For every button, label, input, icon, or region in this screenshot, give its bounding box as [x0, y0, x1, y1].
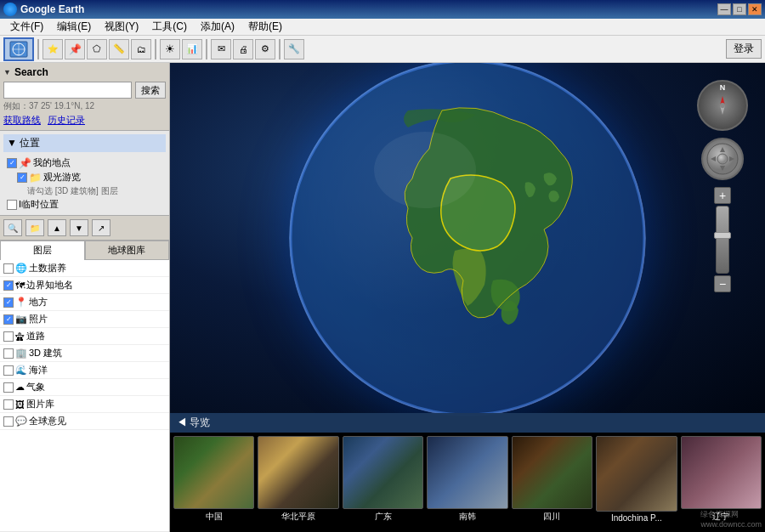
bottom-controls: 🔍 📁 ▲ ▼ ↗ — [0, 216, 169, 241]
layer-checkbox-6[interactable] — [3, 365, 14, 376]
menu-file[interactable]: 文件(F) — [3, 18, 50, 36]
temp-label: I临时位置 — [19, 198, 59, 211]
gallery-item-1[interactable]: 华北平原 — [258, 436, 338, 523]
main-layout: ▼ Search 搜索 例如：37 25' 19.1°N, 12 获取路线 历史… — [0, 63, 765, 532]
checkbox-tourism[interactable]: ✓ — [17, 173, 27, 183]
layer-checkbox-8[interactable] — [3, 399, 14, 410]
layer-checkbox-2[interactable]: ✓ — [3, 297, 14, 308]
menu-help[interactable]: 帮助(E) — [241, 18, 289, 36]
email-button[interactable]: ✉ — [211, 39, 231, 59]
layer-label-6: 海洋 — [29, 364, 48, 376]
layer-checkbox-1[interactable]: ✓ — [3, 280, 14, 291]
close-button[interactable]: ✕ — [748, 3, 762, 15]
checkbox-temp[interactable] — [7, 200, 17, 210]
layer-checkbox-5[interactable] — [3, 348, 14, 359]
export-button[interactable]: ↗ — [92, 219, 110, 236]
layer-label-7: 气象 — [26, 381, 45, 393]
zoom-slider[interactable] — [716, 206, 729, 274]
title-bar: Google Earth — □ ✕ — [0, 0, 765, 19]
app-icon — [3, 3, 17, 16]
left-panel: ▼ Search 搜索 例如：37 25' 19.1°N, 12 获取路线 历史… — [0, 63, 170, 532]
layer-icon-9: 💬 — [15, 416, 27, 427]
map-area[interactable]: N — [170, 63, 765, 532]
gallery-thumb-5 — [596, 436, 677, 512]
layer-label-1: 边界知地名 — [26, 279, 73, 291]
layer-item-1[interactable]: ✓🗺边界知地名 — [0, 277, 169, 294]
toolbar-separator-3 — [206, 39, 207, 59]
layer-checkbox-7[interactable] — [3, 382, 14, 393]
gallery-item-3[interactable]: 南韩 — [427, 436, 507, 523]
zoom-out-button[interactable]: − — [714, 275, 731, 292]
menu-view[interactable]: 视图(Y) — [98, 18, 145, 36]
folder-button[interactable]: 📁 — [26, 219, 44, 236]
app-title: Google Earth — [20, 3, 84, 15]
search-input[interactable] — [3, 82, 132, 99]
menu-add[interactable]: 添加(A) — [194, 18, 241, 36]
search-mini-button[interactable]: 🔍 — [3, 219, 22, 236]
earth-globe — [170, 63, 765, 413]
layer-item-3[interactable]: ✓📷照片 — [0, 311, 169, 328]
tab-earth-gallery[interactable]: 地球图库 — [85, 241, 170, 260]
layer-item-4[interactable]: 🛣道路 — [0, 328, 169, 345]
bookmark-button[interactable]: ⭐ — [42, 39, 63, 59]
layer-item-0[interactable]: 🌐土数据养 — [0, 260, 169, 277]
checkbox-myplaces[interactable]: ✓ — [7, 158, 17, 168]
gallery-item-5[interactable]: Indochina P... — [596, 436, 677, 523]
get-directions-link[interactable]: 获取路线 — [3, 114, 41, 127]
compass[interactable]: N — [697, 80, 748, 131]
map-view-button[interactable] — [3, 37, 34, 61]
toolbar-separator-4 — [279, 39, 280, 59]
pan-control[interactable] — [701, 138, 744, 180]
layer-item-5[interactable]: 🏢3D 建筑 — [0, 345, 169, 362]
tree-item-myplaces[interactable]: ✓ 📌 我的地点 — [3, 156, 166, 170]
layer-item-9[interactable]: 💬全球意见 — [0, 413, 169, 430]
position-section-header: ▼ 位置 — [3, 134, 166, 152]
layer-item-7[interactable]: ☁气象 — [0, 379, 169, 396]
layers-content: 🌐土数据养✓🗺边界知地名✓📍地方✓📷照片🛣道路🏢3D 建筑🌊海洋☁气象🖼图片库💬… — [0, 260, 169, 531]
search-button[interactable]: 搜索 — [135, 82, 166, 99]
chart-button[interactable]: 📊 — [182, 39, 202, 59]
layer-checkbox-0[interactable] — [3, 263, 14, 274]
tourism-label: 观光游览 — [43, 171, 81, 184]
layer-item-6[interactable]: 🌊海洋 — [0, 362, 169, 379]
more-button[interactable]: ⚙ — [255, 39, 275, 59]
gallery-thumb-3 — [427, 436, 507, 509]
watermark-line2: www.downcc.com — [700, 520, 762, 529]
up-button[interactable]: ▲ — [48, 219, 66, 236]
add-placemark-button[interactable]: 📌 — [65, 39, 85, 59]
search-header: ▼ Search — [3, 66, 166, 78]
history-link[interactable]: 历史记录 — [48, 114, 85, 127]
position-section: ▼ 位置 ✓ 📌 我的地点 ✓ 📁 观光游览 请勾选 [3D 建筑物] 图层 I… — [0, 131, 169, 216]
overlay-button[interactable]: 🗂 — [131, 39, 151, 59]
layer-item-2[interactable]: ✓📍地方 — [0, 294, 169, 311]
3d-note-label: 请勾选 [3D 建筑物] 图层 — [27, 185, 118, 196]
layer-item-8[interactable]: 🖼图片库 — [0, 396, 169, 413]
tab-layers[interactable]: 图层 — [0, 241, 85, 260]
settings-button[interactable]: 🔧 — [284, 39, 304, 59]
layer-checkbox-4[interactable] — [3, 331, 14, 342]
sun-button[interactable]: ☀ — [160, 39, 180, 59]
polygon-button[interactable]: ⬠ — [87, 39, 107, 59]
menu-tools[interactable]: 工具(C) — [145, 18, 194, 36]
menu-edit[interactable]: 编辑(E) — [50, 18, 98, 36]
layer-checkbox-9[interactable] — [3, 416, 14, 427]
gallery-label-2: 广东 — [375, 511, 392, 523]
gallery-item-4[interactable]: 四川 — [512, 436, 592, 523]
print-button[interactable]: 🖨 — [233, 39, 253, 59]
zoom-in-button[interactable]: + — [714, 187, 731, 204]
minimize-button[interactable]: — — [717, 3, 731, 15]
login-button[interactable]: 登录 — [726, 39, 762, 59]
menu-bar: 文件(F) 编辑(E) 视图(Y) 工具(C) 添加(A) 帮助(E) — [0, 19, 765, 36]
maximize-button[interactable]: □ — [733, 3, 746, 15]
down-button[interactable]: ▼ — [70, 219, 88, 236]
tree-item-tourism[interactable]: ✓ 📁 观光游览 — [3, 170, 166, 184]
layer-checkbox-3[interactable]: ✓ — [3, 314, 14, 325]
layer-icon-2: 📍 — [15, 297, 27, 308]
gallery-item-0[interactable]: 中国 — [173, 436, 254, 523]
tree-item-temp[interactable]: I临时位置 — [3, 197, 166, 212]
layer-icon-7: ☁ — [15, 382, 25, 393]
svg-point-16 — [717, 154, 728, 164]
globe — [289, 63, 646, 416]
gallery-item-2[interactable]: 广东 — [343, 436, 423, 523]
path-button[interactable]: 📏 — [109, 39, 129, 59]
